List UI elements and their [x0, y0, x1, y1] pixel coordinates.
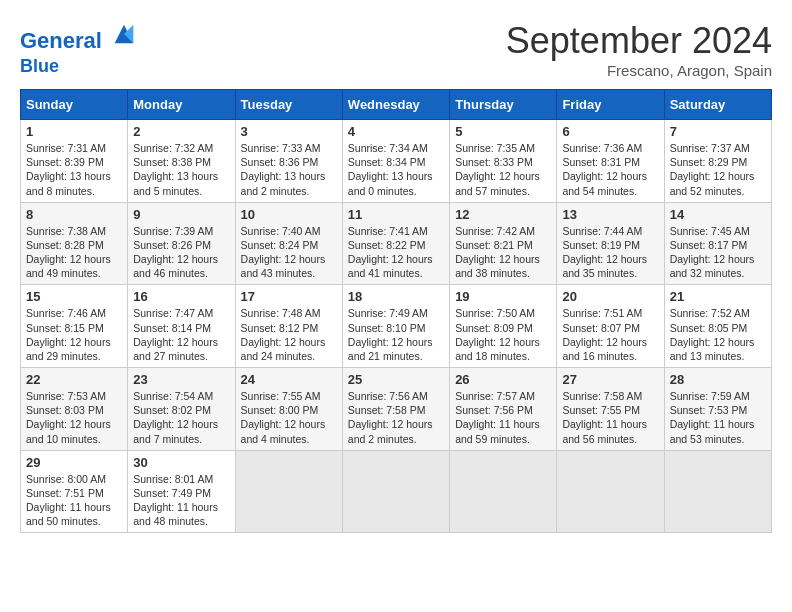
sunrise: Sunrise: 8:00 AM	[26, 473, 106, 485]
sunset: Sunset: 8:10 PM	[348, 322, 426, 334]
daylight: Daylight: 12 hours and 16 minutes.	[562, 336, 647, 362]
day-detail: Sunrise: 7:39 AMSunset: 8:26 PMDaylight:…	[133, 224, 229, 281]
sunset: Sunset: 8:03 PM	[26, 404, 104, 416]
day-number: 22	[26, 372, 122, 387]
weekday-header-wednesday: Wednesday	[342, 90, 449, 120]
day-number: 24	[241, 372, 337, 387]
day-number: 5	[455, 124, 551, 139]
daylight: Daylight: 12 hours and 49 minutes.	[26, 253, 111, 279]
daylight: Daylight: 12 hours and 27 minutes.	[133, 336, 218, 362]
weekday-header-saturday: Saturday	[664, 90, 771, 120]
daylight: Daylight: 12 hours and 35 minutes.	[562, 253, 647, 279]
sunrise: Sunrise: 7:36 AM	[562, 142, 642, 154]
calendar-cell: 5Sunrise: 7:35 AMSunset: 8:33 PMDaylight…	[450, 120, 557, 203]
day-detail: Sunrise: 7:56 AMSunset: 7:58 PMDaylight:…	[348, 389, 444, 446]
day-detail: Sunrise: 7:59 AMSunset: 7:53 PMDaylight:…	[670, 389, 766, 446]
calendar-week-5: 29Sunrise: 8:00 AMSunset: 7:51 PMDayligh…	[21, 450, 772, 533]
calendar-cell: 16Sunrise: 7:47 AMSunset: 8:14 PMDayligh…	[128, 285, 235, 368]
daylight: Daylight: 12 hours and 10 minutes.	[26, 418, 111, 444]
day-detail: Sunrise: 7:48 AMSunset: 8:12 PMDaylight:…	[241, 306, 337, 363]
sunset: Sunset: 7:53 PM	[670, 404, 748, 416]
day-number: 18	[348, 289, 444, 304]
logo-icon	[110, 20, 138, 48]
daylight: Daylight: 13 hours and 2 minutes.	[241, 170, 326, 196]
calendar-cell: 25Sunrise: 7:56 AMSunset: 7:58 PMDayligh…	[342, 368, 449, 451]
sunset: Sunset: 8:29 PM	[670, 156, 748, 168]
sunset: Sunset: 8:15 PM	[26, 322, 104, 334]
sunrise: Sunrise: 7:46 AM	[26, 307, 106, 319]
sunset: Sunset: 8:05 PM	[670, 322, 748, 334]
sunrise: Sunrise: 7:57 AM	[455, 390, 535, 402]
calendar-cell: 2Sunrise: 7:32 AMSunset: 8:38 PMDaylight…	[128, 120, 235, 203]
calendar-cell: 13Sunrise: 7:44 AMSunset: 8:19 PMDayligh…	[557, 202, 664, 285]
day-detail: Sunrise: 8:01 AMSunset: 7:49 PMDaylight:…	[133, 472, 229, 529]
daylight: Daylight: 12 hours and 54 minutes.	[562, 170, 647, 196]
day-number: 8	[26, 207, 122, 222]
daylight: Daylight: 12 hours and 7 minutes.	[133, 418, 218, 444]
day-detail: Sunrise: 7:33 AMSunset: 8:36 PMDaylight:…	[241, 141, 337, 198]
calendar-cell	[342, 450, 449, 533]
day-detail: Sunrise: 7:40 AMSunset: 8:24 PMDaylight:…	[241, 224, 337, 281]
calendar-cell: 11Sunrise: 7:41 AMSunset: 8:22 PMDayligh…	[342, 202, 449, 285]
calendar-cell: 1Sunrise: 7:31 AMSunset: 8:39 PMDaylight…	[21, 120, 128, 203]
sunset: Sunset: 8:12 PM	[241, 322, 319, 334]
day-number: 16	[133, 289, 229, 304]
sunrise: Sunrise: 7:52 AM	[670, 307, 750, 319]
sunrise: Sunrise: 7:41 AM	[348, 225, 428, 237]
calendar-cell: 29Sunrise: 8:00 AMSunset: 7:51 PMDayligh…	[21, 450, 128, 533]
sunset: Sunset: 8:39 PM	[26, 156, 104, 168]
day-number: 1	[26, 124, 122, 139]
day-number: 9	[133, 207, 229, 222]
day-number: 23	[133, 372, 229, 387]
calendar-cell: 4Sunrise: 7:34 AMSunset: 8:34 PMDaylight…	[342, 120, 449, 203]
day-number: 13	[562, 207, 658, 222]
weekday-header-thursday: Thursday	[450, 90, 557, 120]
day-number: 3	[241, 124, 337, 139]
daylight: Daylight: 12 hours and 41 minutes.	[348, 253, 433, 279]
sunrise: Sunrise: 7:55 AM	[241, 390, 321, 402]
sunset: Sunset: 8:02 PM	[133, 404, 211, 416]
title-block: September 2024 Frescano, Aragon, Spain	[506, 20, 772, 79]
calendar-cell	[235, 450, 342, 533]
daylight: Daylight: 12 hours and 24 minutes.	[241, 336, 326, 362]
sunset: Sunset: 8:28 PM	[26, 239, 104, 251]
day-detail: Sunrise: 7:53 AMSunset: 8:03 PMDaylight:…	[26, 389, 122, 446]
day-detail: Sunrise: 7:35 AMSunset: 8:33 PMDaylight:…	[455, 141, 551, 198]
month-title: September 2024	[506, 20, 772, 62]
sunrise: Sunrise: 7:58 AM	[562, 390, 642, 402]
sunrise: Sunrise: 7:34 AM	[348, 142, 428, 154]
calendar-cell	[450, 450, 557, 533]
calendar-cell: 30Sunrise: 8:01 AMSunset: 7:49 PMDayligh…	[128, 450, 235, 533]
sunset: Sunset: 8:36 PM	[241, 156, 319, 168]
sunrise: Sunrise: 7:40 AM	[241, 225, 321, 237]
day-detail: Sunrise: 7:58 AMSunset: 7:55 PMDaylight:…	[562, 389, 658, 446]
calendar-week-3: 15Sunrise: 7:46 AMSunset: 8:15 PMDayligh…	[21, 285, 772, 368]
daylight: Daylight: 12 hours and 57 minutes.	[455, 170, 540, 196]
day-number: 27	[562, 372, 658, 387]
daylight: Daylight: 11 hours and 53 minutes.	[670, 418, 755, 444]
sunset: Sunset: 8:17 PM	[670, 239, 748, 251]
sunrise: Sunrise: 7:47 AM	[133, 307, 213, 319]
day-detail: Sunrise: 7:50 AMSunset: 8:09 PMDaylight:…	[455, 306, 551, 363]
sunrise: Sunrise: 7:59 AM	[670, 390, 750, 402]
daylight: Daylight: 12 hours and 21 minutes.	[348, 336, 433, 362]
weekday-header-friday: Friday	[557, 90, 664, 120]
calendar-cell: 22Sunrise: 7:53 AMSunset: 8:03 PMDayligh…	[21, 368, 128, 451]
day-detail: Sunrise: 7:38 AMSunset: 8:28 PMDaylight:…	[26, 224, 122, 281]
sunset: Sunset: 8:19 PM	[562, 239, 640, 251]
calendar-week-2: 8Sunrise: 7:38 AMSunset: 8:28 PMDaylight…	[21, 202, 772, 285]
day-number: 10	[241, 207, 337, 222]
calendar-cell: 28Sunrise: 7:59 AMSunset: 7:53 PMDayligh…	[664, 368, 771, 451]
day-number: 26	[455, 372, 551, 387]
day-number: 28	[670, 372, 766, 387]
day-detail: Sunrise: 7:55 AMSunset: 8:00 PMDaylight:…	[241, 389, 337, 446]
day-number: 6	[562, 124, 658, 139]
sunrise: Sunrise: 7:42 AM	[455, 225, 535, 237]
calendar-cell: 27Sunrise: 7:58 AMSunset: 7:55 PMDayligh…	[557, 368, 664, 451]
day-number: 29	[26, 455, 122, 470]
daylight: Daylight: 12 hours and 52 minutes.	[670, 170, 755, 196]
daylight: Daylight: 13 hours and 5 minutes.	[133, 170, 218, 196]
daylight: Daylight: 11 hours and 56 minutes.	[562, 418, 647, 444]
day-detail: Sunrise: 7:46 AMSunset: 8:15 PMDaylight:…	[26, 306, 122, 363]
sunrise: Sunrise: 7:49 AM	[348, 307, 428, 319]
